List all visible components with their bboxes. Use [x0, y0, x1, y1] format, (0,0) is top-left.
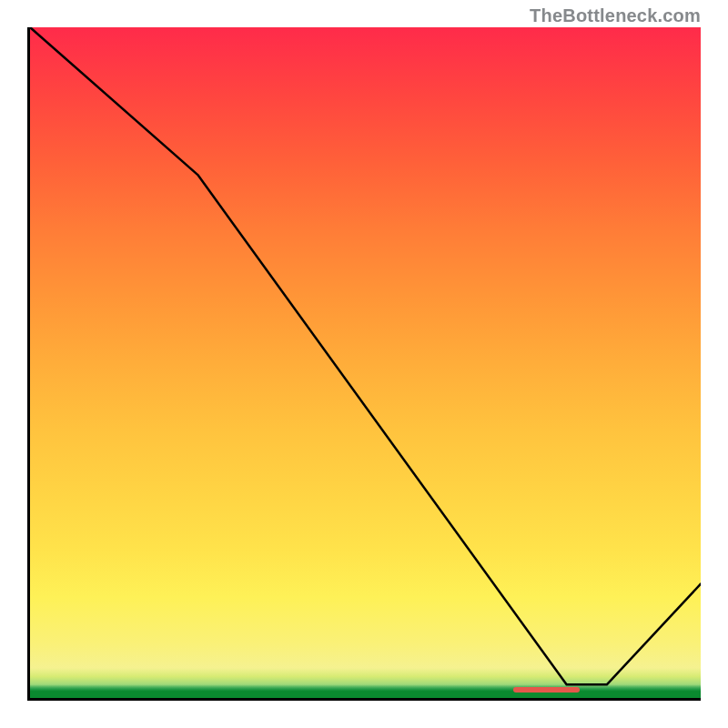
chart-container: TheBottleneck.com	[0, 0, 728, 728]
attribution-label: TheBottleneck.com	[530, 5, 701, 26]
optimal-range-marker	[513, 687, 581, 693]
plot-area	[30, 27, 701, 698]
bottleneck-curve	[30, 27, 701, 698]
x-axis	[27, 698, 701, 701]
curve-path	[30, 27, 701, 684]
